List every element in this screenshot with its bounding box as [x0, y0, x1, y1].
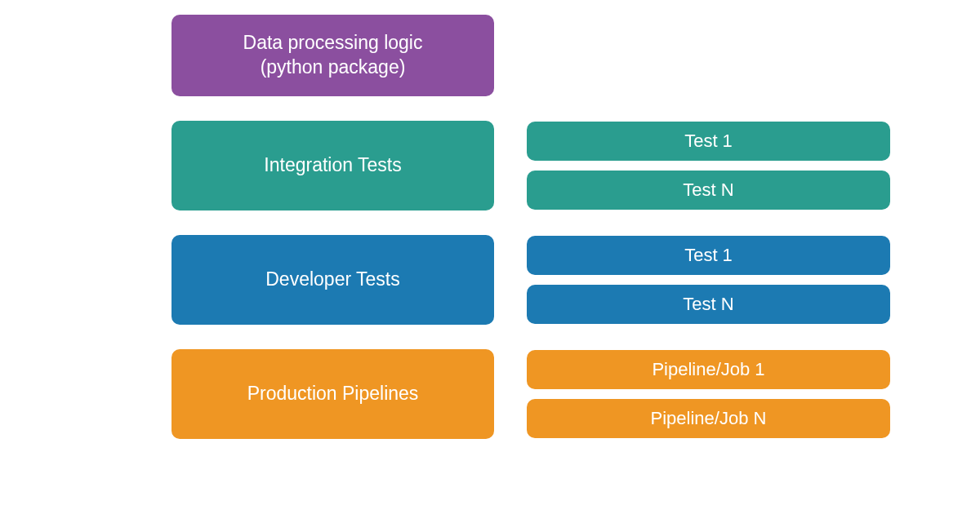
diagram-row-data-processing: Data processing logic(python package) — [172, 15, 890, 96]
box-production-pipelines: Production Pipelines — [172, 349, 494, 439]
box-label: Pipeline/Job 1 — [652, 359, 764, 380]
diagram-row-production-pipelines: Production Pipelines Pipeline/Job 1 Pipe… — [172, 349, 890, 439]
box-label: Test N — [683, 179, 733, 201]
box-label: Test 1 — [684, 131, 733, 152]
production-pipelines-items: Pipeline/Job 1 Pipeline/Job N — [527, 349, 890, 439]
box-test-n: Test N — [527, 285, 890, 324]
box-developer-tests: Developer Tests — [172, 235, 494, 325]
box-integration-tests: Integration Tests — [172, 121, 494, 210]
box-label: Test N — [683, 294, 733, 315]
diagram-row-integration-tests: Integration Tests Test 1 Test N — [172, 121, 890, 210]
box-label: Data processing logic(python package) — [243, 31, 423, 80]
box-test-1: Test 1 — [527, 236, 890, 275]
developer-tests-items: Test 1 Test N — [527, 235, 890, 325]
box-label: Production Pipelines — [247, 382, 419, 406]
box-pipeline-job-n: Pipeline/Job N — [527, 399, 890, 438]
box-test-n: Test N — [527, 171, 890, 210]
box-pipeline-job-1: Pipeline/Job 1 — [527, 350, 890, 389]
box-data-processing-logic: Data processing logic(python package) — [172, 15, 494, 96]
integration-tests-items: Test 1 Test N — [527, 121, 890, 210]
box-label: Pipeline/Job N — [651, 408, 767, 429]
box-label: Integration Tests — [264, 153, 401, 178]
box-label: Developer Tests — [265, 268, 400, 292]
box-label: Test 1 — [684, 245, 733, 266]
diagram-row-developer-tests: Developer Tests Test 1 Test N — [172, 235, 890, 325]
diagram-canvas: Data processing logic(python package) In… — [172, 15, 890, 463]
box-test-1: Test 1 — [527, 122, 890, 161]
